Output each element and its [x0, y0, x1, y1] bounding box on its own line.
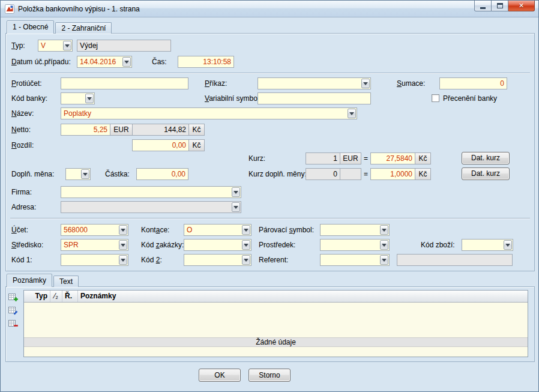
tab-obecne[interactable]: 1 - Obecné [7, 20, 54, 34]
edit-note-icon [8, 306, 18, 315]
prikaz-label: Příkaz: [205, 77, 227, 89]
dropdown-arrow-icon[interactable] [63, 41, 71, 50]
notes-grid-body[interactable]: Žádné údaje [24, 303, 528, 357]
kod-zakazky-combo[interactable] [184, 239, 251, 251]
window-title: Položka bankovního výpisu - 1. strana [18, 5, 140, 13]
stredisko-combo-value: SPR [64, 240, 117, 250]
dropdown-arrow-icon[interactable] [361, 79, 370, 88]
close-button[interactable]: ✕ [508, 1, 535, 11]
kurz-equals: = [364, 152, 368, 164]
nazev-combo[interactable]: Poplatky [61, 107, 357, 119]
stredisko-label: Středisko: [11, 239, 43, 251]
dopln-mena-label: Doplň. měna: [11, 168, 54, 180]
netto-amount-field[interactable]: 5,25 [61, 124, 110, 136]
dropdown-arrow-icon[interactable] [504, 240, 512, 250]
parovaci-symbol-label: Párovací symbol: [259, 224, 314, 236]
datum-combo[interactable]: 14.04.2016 [77, 56, 132, 68]
dat-kurz-button-1[interactable]: Dat. kurz [462, 152, 510, 164]
dropdown-arrow-icon[interactable] [119, 240, 127, 250]
protiucet-field[interactable] [61, 77, 188, 89]
dropdown-arrow-icon[interactable] [122, 57, 131, 67]
dropdown-arrow-icon[interactable] [119, 225, 127, 235]
add-note-icon [8, 292, 18, 302]
kod2-combo[interactable] [184, 254, 251, 266]
kurz-dopln-rate-field[interactable]: 1,0000 [370, 168, 415, 180]
app-icon [5, 4, 14, 14]
cas-field[interactable]: 13:10:58 [178, 56, 234, 68]
kurz-rate-field[interactable]: 27,5840 [370, 152, 415, 164]
netto-czk-unit: Kč [188, 124, 205, 136]
kurz-dopln-equals: = [364, 168, 368, 180]
firma-label: Firma: [11, 186, 32, 198]
sumace-field[interactable]: 0 [439, 77, 507, 89]
notes-tab-text[interactable]: Text [53, 276, 79, 287]
typ-combo[interactable]: V [38, 40, 73, 52]
dropdown-arrow-icon[interactable] [380, 240, 388, 250]
parovaci-symbol-combo[interactable] [320, 224, 390, 236]
kod1-combo[interactable] [61, 254, 128, 266]
dropdown-arrow-icon[interactable] [119, 255, 127, 265]
dropdown-arrow-icon[interactable] [380, 225, 388, 235]
kod-zbozi-combo[interactable] [462, 239, 513, 251]
delete-note-icon [8, 319, 18, 328]
stredisko-combo[interactable]: SPR [61, 239, 128, 251]
prikaz-combo[interactable] [257, 77, 371, 89]
kurz-dopln-unit-box [340, 168, 361, 180]
column-header-radek[interactable]: Ř. [62, 291, 78, 302]
dat-kurz-button-2[interactable]: Dat. kurz [462, 167, 510, 180]
nazev-combo-value: Poplatky [64, 108, 346, 119]
divider [10, 218, 530, 219]
dropdown-arrow-icon[interactable] [242, 255, 250, 265]
netto-label: Netto: [11, 124, 31, 136]
typ-label: Typ: [11, 40, 25, 52]
dropdown-arrow-icon[interactable] [81, 169, 89, 179]
prostredek-combo[interactable] [320, 239, 390, 251]
column-sort-icon[interactable]: ⁄₂ [50, 291, 62, 302]
datum-combo-value: 14.04.2016 [80, 56, 121, 67]
preceneni-banky-checkbox[interactable] [432, 94, 439, 102]
dropdown-arrow-icon[interactable] [232, 202, 240, 212]
dopln-mena-combo[interactable] [65, 168, 91, 180]
dropdown-arrow-icon[interactable] [348, 109, 356, 118]
notes-tab-poznamky[interactable]: Poznámky [7, 274, 52, 287]
typ-text-field: Výdej [77, 40, 171, 52]
ucet-combo[interactable]: 568000 [61, 224, 128, 236]
minimize-button[interactable] [474, 1, 492, 11]
adresa-label: Adresa: [11, 201, 36, 213]
dropdown-arrow-icon[interactable] [242, 225, 250, 235]
kod-zakazky-label: Kód zakázky: [141, 239, 184, 251]
nazev-label: Název: [11, 107, 34, 119]
variabilni-symbol-field[interactable] [257, 92, 371, 104]
firma-combo[interactable] [61, 186, 241, 198]
kod-banky-combo[interactable] [61, 92, 95, 104]
close-icon: ✕ [519, 2, 524, 10]
castka-field[interactable]: 0,00 [136, 168, 188, 180]
maximize-button[interactable] [492, 1, 508, 11]
adresa-combo[interactable] [61, 201, 241, 213]
column-header-poznamky[interactable]: Poznámky [78, 291, 528, 302]
column-header-typ[interactable]: Typ [24, 291, 50, 302]
kurz-dopln-qty-field: 0 [306, 168, 340, 180]
kod-banky-label: Kód banky: [11, 92, 47, 104]
dropdown-arrow-icon[interactable] [242, 240, 250, 250]
tab-zahranicni[interactable]: 2 - Zahraniční [55, 22, 112, 34]
typ-combo-value: V [41, 40, 61, 51]
castka-label: Částka: [105, 168, 130, 180]
rozdil-field[interactable]: 0,00 [132, 139, 189, 151]
kontace-combo-value: O [187, 225, 240, 235]
referent-extra-field [397, 254, 513, 266]
edit-note-button[interactable] [8, 305, 19, 316]
kod1-label: Kód 1: [11, 254, 32, 266]
storno-button[interactable]: Storno [248, 369, 291, 382]
dropdown-arrow-icon[interactable] [380, 255, 388, 265]
cas-label: Čas: [152, 56, 167, 68]
referent-combo[interactable] [320, 254, 390, 266]
variabilni-symbol-label: Variabilní symbol: [205, 92, 261, 104]
kontace-combo[interactable]: O [184, 224, 251, 236]
add-note-button[interactable] [8, 292, 19, 303]
delete-note-button[interactable] [8, 318, 19, 329]
ok-button[interactable]: OK [199, 369, 241, 382]
dropdown-arrow-icon[interactable] [232, 187, 240, 197]
dropdown-arrow-icon[interactable] [85, 94, 94, 103]
datum-label: Datum úč.případu: [11, 56, 71, 68]
